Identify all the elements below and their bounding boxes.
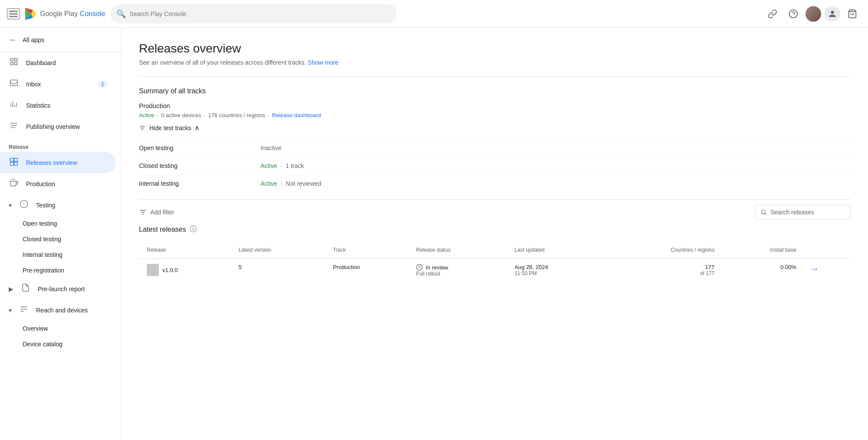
shopping-bag-button[interactable] [844,5,861,23]
device-catalog-label: Device catalog [23,341,63,348]
publishing-label: Publishing overview [26,123,80,130]
svg-rect-21 [10,162,14,166]
sidebar-item-testing[interactable]: ▾ Testing [0,194,121,216]
inbox-label: Inbox [26,81,41,88]
sidebar-item-dashboard[interactable]: Dashboard [0,52,116,73]
table-header: Release Latest version Track Release sta… [139,241,850,259]
all-apps-button[interactable]: ← All apps [0,28,121,52]
release-dashboard-link[interactable]: Release dashboard [272,112,321,118]
hide-test-tracks-button[interactable]: Hide test tracks ∧ [139,124,851,132]
test-track-closed: Closed testing Active · 1 track [139,157,851,174]
svg-line-37 [765,213,766,215]
td-nav[interactable]: → [803,259,850,283]
release-name-text: v1.0.0 [162,267,178,273]
th-release-status: Release status [409,241,508,259]
back-arrow-icon: ← [9,35,17,45]
countries-count: 177 [611,264,714,270]
svg-rect-7 [11,59,13,61]
latest-releases-help-icon[interactable]: ⓘ [190,225,197,234]
search-icon: 🔍 [116,9,126,19]
help-icon [789,9,798,19]
td-last-updated: Aug 28, 2024 11:50 PM [508,259,604,283]
dot-sep-2: · [204,112,206,118]
sidebar-item-statistics[interactable]: Statistics [0,95,116,116]
sidebar-item-reach-overview[interactable]: Overview [0,321,121,336]
sidebar: ← All apps Dashboard Inbox 1 Statistics [0,28,122,440]
sidebar-item-pre-launch[interactable]: ▶ Pre-launch report [0,278,121,299]
sidebar-item-inbox[interactable]: Inbox 1 [0,73,116,95]
sidebar-item-publishing[interactable]: Publishing overview [0,116,116,137]
inbox-icon [9,79,19,89]
add-filter-button[interactable]: Add filter [139,208,174,216]
svg-point-36 [762,210,766,214]
pre-registration-label: Pre-registration [23,267,64,274]
releases-overview-icon [9,157,19,168]
help-button[interactable] [785,5,802,23]
expand-pre-launch-icon: ▶ [9,286,13,292]
logo-text: Google Play Console [40,10,105,18]
topbar-right [764,5,861,23]
all-apps-label: All apps [23,36,44,43]
person-icon [828,10,836,18]
show-more-link[interactable]: Show more [308,59,339,66]
filter-bar: Add filter Search releases [139,199,851,225]
avatar-area[interactable] [805,6,821,22]
account-switcher[interactable] [825,6,840,22]
sidebar-item-internal-testing[interactable]: Internal testing [0,247,121,263]
closed-testing-name: Closed testing [139,162,261,169]
main-layout: ← All apps Dashboard Inbox 1 Statistics [0,28,868,440]
release-name-cell: v1.0.0 [147,264,224,276]
row-nav-arrow-icon[interactable]: → [810,264,819,273]
sidebar-item-device-catalog[interactable]: Device catalog [0,336,121,352]
search-releases-placeholder: Search releases [770,209,814,216]
td-countries: 177 of 177 [604,259,721,283]
reach-icon [19,305,29,315]
active-devices: 0 active devices [161,112,201,118]
test-track-internal: Internal testing Active · Not reviewed [139,174,851,192]
filter-lines-icon [139,208,147,216]
test-track-open: Open testing Inactive [139,139,851,157]
dot-sep-3: · [268,112,270,118]
reach-overview-label: Overview [23,325,48,332]
pre-launch-icon [20,283,31,294]
latest-releases-title: Latest releases ⓘ [139,225,851,234]
google-play-logo-icon [23,7,37,21]
sidebar-item-releases-overview[interactable]: Releases overview [0,152,116,173]
td-install-base: 0.00% [721,259,803,283]
countries-regions: 176 countries / regions [208,112,265,118]
reach-devices-label: Reach and devices [36,307,88,314]
main-content: Releases overview See an overview of all… [122,28,868,440]
svg-rect-10 [15,62,17,65]
countries-total: of 177 [611,270,714,276]
inbox-badge: 1 [98,81,107,88]
statistics-icon [9,100,19,111]
table-row: v1.0.0 5 Production In review Full rollo… [139,259,850,283]
sidebar-item-reach-devices[interactable]: ▾ Reach and devices [0,299,121,321]
publishing-icon [9,121,19,132]
testing-label: Testing [36,202,55,209]
th-latest-version: Latest version [231,241,326,259]
sidebar-item-pre-registration[interactable]: Pre-registration [0,263,121,278]
dashboard-label: Dashboard [26,59,56,66]
search-releases-input[interactable]: Search releases [755,205,851,220]
search-input[interactable] [110,4,397,23]
divider-1 [139,76,851,77]
production-label: Production [26,181,55,187]
sidebar-item-open-testing[interactable]: Open testing [0,216,121,231]
add-filter-label: Add filter [150,209,174,216]
th-actions [803,241,850,259]
hamburger-button[interactable] [7,8,20,20]
sidebar-item-closed-testing[interactable]: Closed testing [0,231,121,247]
svg-rect-19 [10,158,14,162]
table-body: v1.0.0 5 Production In review Full rollo… [139,259,850,283]
last-updated-time: 11:50 PM [515,270,597,276]
production-header: Production [139,102,851,109]
td-release: v1.0.0 [139,259,231,283]
link-button[interactable] [764,5,781,23]
pre-launch-label: Pre-launch report [38,286,85,292]
sidebar-item-production[interactable]: Production [0,173,116,194]
topbar-left: Google Play Console [7,7,105,21]
expand-chevron-icon: ▾ [9,202,12,209]
dot-sep-1: · [157,112,158,118]
status-cell: In review [416,264,501,271]
